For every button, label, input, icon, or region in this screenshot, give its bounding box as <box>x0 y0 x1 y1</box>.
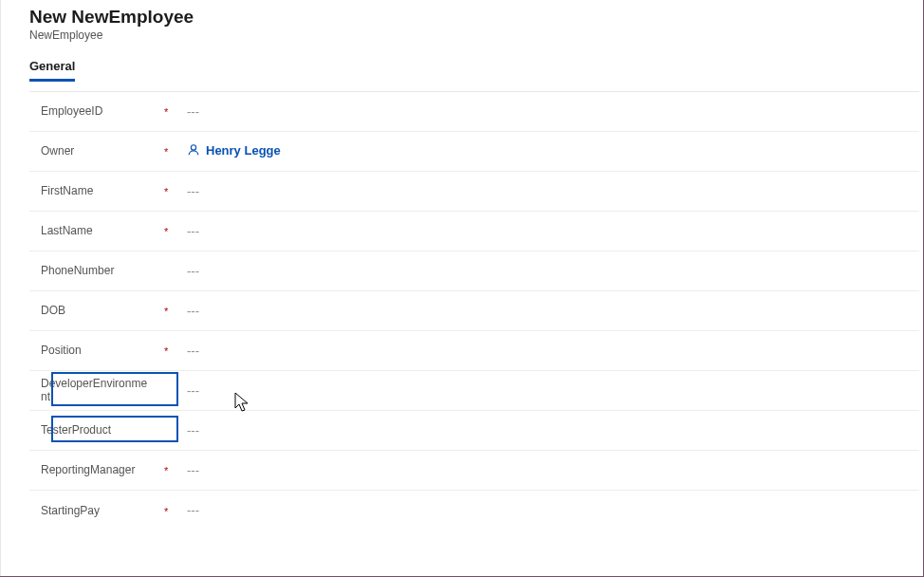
field-label: Position <box>41 340 164 361</box>
field-label: FirstName <box>41 180 164 201</box>
field-position[interactable]: Position * --- <box>29 331 919 371</box>
field-dob[interactable]: DOB * --- <box>29 291 919 331</box>
page-subtitle: NewEmployee <box>29 28 900 42</box>
field-value[interactable]: --- <box>181 224 919 238</box>
field-label: EmployeeID <box>41 101 164 121</box>
required-indicator <box>164 429 181 431</box>
field-value[interactable]: --- <box>181 463 919 477</box>
field-label: LastName <box>41 220 164 241</box>
owner-name: Henry Legge <box>206 143 281 158</box>
field-value[interactable]: --- <box>181 383 919 398</box>
field-label: PhoneNumber <box>41 260 164 281</box>
field-label: Owner <box>41 140 164 161</box>
field-startingpay[interactable]: StartingPay * --- <box>29 491 919 530</box>
page-header: New NewEmployee NewEmployee <box>7 0 923 42</box>
field-value[interactable]: --- <box>181 423 919 437</box>
form-general-section: EmployeeID * --- Owner * Henry Legge Fir… <box>29 91 919 530</box>
svg-point-0 <box>191 145 195 150</box>
field-developerenvironment[interactable]: DeveloperEnvironment --- <box>29 371 919 411</box>
field-owner[interactable]: Owner * Henry Legge <box>29 132 919 172</box>
field-label: ReportingManager <box>41 459 164 480</box>
required-indicator: * <box>164 304 181 317</box>
required-indicator: * <box>164 184 181 197</box>
required-indicator <box>164 389 181 391</box>
required-indicator: * <box>164 344 181 357</box>
required-indicator: * <box>164 504 181 517</box>
field-label: TesterProduct <box>41 419 164 440</box>
field-value[interactable]: --- <box>181 184 919 198</box>
form-page: New NewEmployee NewEmployee General Empl… <box>0 0 923 576</box>
field-label: DOB <box>41 300 164 321</box>
field-reportingmanager[interactable]: ReportingManager * --- <box>29 451 919 491</box>
field-lastname[interactable]: LastName * --- <box>29 212 919 251</box>
field-label: DeveloperEnvironment <box>41 373 164 408</box>
field-value[interactable]: Henry Legge <box>181 143 919 160</box>
field-phonenumber[interactable]: PhoneNumber --- <box>29 251 919 291</box>
field-label: StartingPay <box>41 500 164 521</box>
field-value[interactable]: --- <box>181 344 919 358</box>
person-icon <box>187 143 200 157</box>
field-firstname[interactable]: FirstName * --- <box>29 172 919 212</box>
page-title: New NewEmployee <box>29 6 900 28</box>
field-employeeid[interactable]: EmployeeID * --- <box>29 92 919 132</box>
required-indicator: * <box>164 224 181 237</box>
required-indicator: * <box>164 463 181 476</box>
field-value[interactable]: --- <box>181 503 919 517</box>
field-value[interactable]: --- <box>181 104 919 119</box>
tab-general[interactable]: General <box>29 55 75 82</box>
owner-lookup-value[interactable]: Henry Legge <box>187 143 281 158</box>
field-value[interactable]: --- <box>181 264 919 278</box>
required-indicator: * <box>164 104 181 118</box>
required-indicator <box>164 270 181 271</box>
field-value[interactable]: --- <box>181 304 919 318</box>
required-indicator: * <box>164 144 181 158</box>
tab-bar: General <box>7 55 923 82</box>
field-testerproduct[interactable]: TesterProduct --- <box>29 411 919 451</box>
